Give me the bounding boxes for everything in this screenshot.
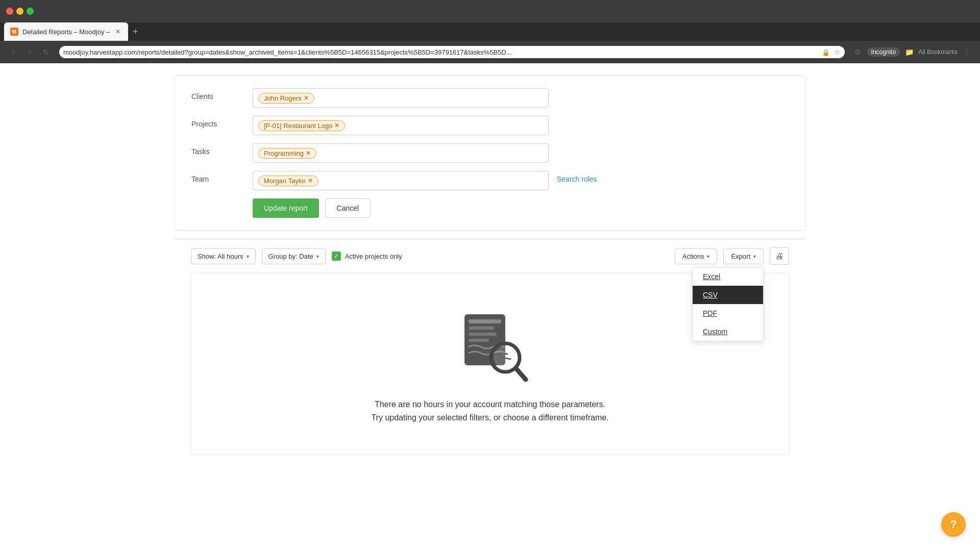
clients-label: Clients (191, 88, 253, 101)
tab-close-button[interactable]: ✕ (114, 28, 122, 36)
print-icon: 🖨 (775, 252, 783, 261)
projects-tag: [P-01] Restaurant Logo ✕ (258, 120, 345, 131)
print-button[interactable]: 🖨 (770, 247, 789, 265)
clients-field[interactable]: John Rogers ✕ (253, 88, 549, 108)
tasks-tag-remove[interactable]: ✕ (306, 150, 311, 156)
bookmarks-label: All Bookmarks (918, 48, 958, 56)
empty-state-illustration (449, 304, 531, 386)
minimize-window-button[interactable] (16, 8, 23, 15)
team-tag-remove[interactable]: ✕ (308, 178, 313, 184)
bookmark-icon[interactable]: ☆ (834, 48, 841, 56)
clients-tag: John Rogers ✕ (258, 93, 314, 104)
search-roles-link[interactable]: Search roles (557, 171, 597, 183)
tasks-tag: Programming ✕ (258, 148, 316, 159)
maximize-window-button[interactable] (27, 8, 34, 15)
report-form: Clients John Rogers ✕ Projects [P-01] Re… (175, 76, 805, 231)
projects-label: Projects (191, 116, 253, 128)
actions-dropdown[interactable]: Actions ▾ (675, 248, 718, 264)
active-projects-checkbox[interactable]: ✓ Active projects only (332, 252, 402, 261)
cancel-button[interactable]: Cancel (325, 198, 371, 218)
clients-row: Clients John Rogers ✕ (191, 88, 789, 108)
nav-bar: ‹ › ↻ moodjoy.harvestapp.com/reports/det… (0, 41, 980, 63)
update-report-button[interactable]: Update report (253, 198, 319, 218)
export-csv-item[interactable]: CSV (693, 286, 763, 304)
new-tab-button[interactable]: + (128, 24, 142, 39)
tab-title: Detailed Reports – Moodjoy – (22, 28, 110, 36)
show-hours-arrow-icon: ▾ (247, 254, 249, 259)
secure-icon: 🔒 (822, 48, 830, 56)
export-excel-item[interactable]: Excel (693, 267, 763, 286)
url-text: moodjoy.harvestapp.com/reports/detailed?… (63, 48, 818, 56)
browser-toolbar-right: ⚙ Incognito 📁 All Bookmarks ⋮ (851, 45, 974, 59)
reload-button[interactable]: ↻ (39, 45, 53, 59)
browser-chrome (0, 0, 980, 22)
tasks-row: Tasks Programming ✕ (191, 143, 789, 163)
clients-tag-remove[interactable]: ✕ (304, 95, 309, 101)
incognito-badge: Incognito (867, 47, 900, 57)
menu-button[interactable]: ⋮ (960, 45, 974, 59)
export-pdf-item[interactable]: PDF (693, 304, 763, 322)
projects-tag-remove[interactable]: ✕ (334, 122, 339, 129)
projects-field[interactable]: [P-01] Restaurant Logo ✕ (253, 116, 549, 135)
close-window-button[interactable] (6, 8, 13, 15)
back-button[interactable]: ‹ (6, 45, 20, 59)
team-row: Team Morgan Taylor ✕ Search roles (191, 171, 789, 190)
show-hours-dropdown[interactable]: Show: All hours ▾ (191, 248, 256, 264)
tab-favicon: M (10, 28, 18, 36)
window-controls (6, 8, 34, 15)
export-container: Export ▾ Excel CSV PDF Custom (723, 248, 764, 264)
address-bar[interactable]: moodjoy.harvestapp.com/reports/detailed?… (59, 46, 845, 58)
export-dropdown-button[interactable]: Export ▾ (723, 248, 764, 264)
team-label: Team (191, 171, 253, 183)
group-by-arrow-icon: ▾ (316, 254, 319, 259)
nav-buttons: ‹ › ↻ (6, 45, 53, 59)
team-tag: Morgan Taylor ✕ (258, 176, 318, 186)
empty-message-line1: There are no hours in your account match… (375, 398, 605, 411)
actions-arrow-icon: ▾ (707, 254, 709, 259)
svg-rect-1 (469, 319, 501, 323)
svg-line-7 (516, 368, 526, 380)
page-content: Clients John Rogers ✕ Projects [P-01] Re… (0, 63, 980, 551)
export-arrow-icon: ▾ (753, 254, 756, 259)
export-custom-item[interactable]: Custom (693, 322, 763, 341)
forward-button[interactable]: › (22, 45, 37, 59)
svg-rect-2 (469, 327, 494, 330)
projects-row: Projects [P-01] Restaurant Logo ✕ (191, 116, 789, 135)
active-tab[interactable]: M Detailed Reports – Moodjoy – ✕ (4, 22, 128, 41)
svg-rect-3 (469, 333, 497, 336)
bookmarks-button[interactable]: 📁 (902, 45, 916, 59)
tasks-label: Tasks (191, 143, 253, 156)
team-field[interactable]: Morgan Taylor ✕ (253, 171, 549, 190)
checkbox-checked-icon: ✓ (332, 252, 341, 261)
help-button[interactable]: ? (941, 512, 966, 537)
form-actions: Update report Cancel (253, 198, 789, 218)
tasks-field[interactable]: Programming ✕ (253, 143, 549, 163)
extensions-button[interactable]: ⚙ (851, 45, 865, 59)
filter-toolbar: Show: All hours ▾ Group by: Date ▾ ✓ Act… (175, 239, 805, 273)
export-dropdown-menu: Excel CSV PDF Custom (692, 267, 764, 341)
empty-message-line2: Try updating your selected filters, or c… (371, 411, 608, 424)
tab-bar: M Detailed Reports – Moodjoy – ✕ + (0, 22, 980, 41)
svg-rect-4 (469, 339, 489, 342)
group-by-dropdown[interactable]: Group by: Date ▾ (262, 248, 326, 264)
